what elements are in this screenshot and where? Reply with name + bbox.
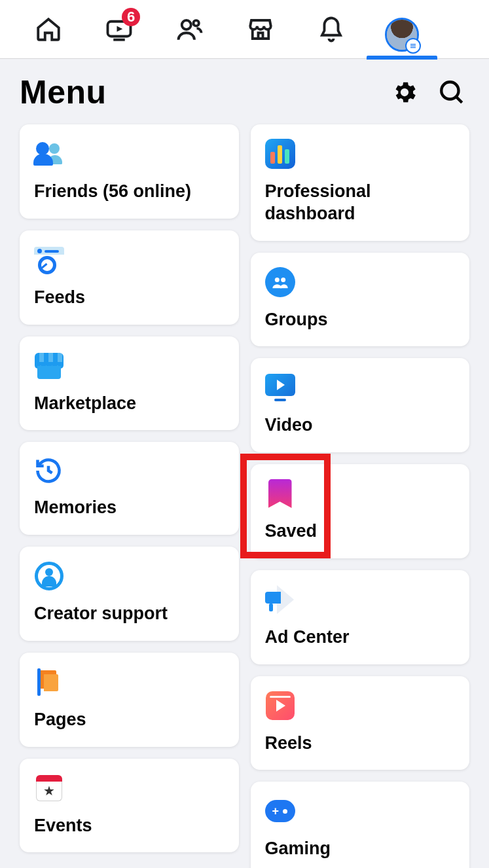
- feeds-icon: [34, 245, 64, 275]
- saved-icon: [265, 479, 295, 509]
- profile-avatar[interactable]: [385, 18, 419, 52]
- menu-item-label: Professional dashboard: [265, 181, 456, 225]
- pro-dashboard-icon: [265, 139, 295, 169]
- menu-item-gaming[interactable]: + Gaming: [251, 782, 470, 868]
- menu-item-saved[interactable]: Saved: [251, 464, 470, 558]
- menu-item-memories[interactable]: Memories: [20, 442, 239, 535]
- menu-item-events[interactable]: ★ Events: [20, 759, 239, 853]
- search-button[interactable]: [434, 75, 469, 110]
- top-nav-bar: 6: [0, 0, 489, 59]
- svg-point-4: [274, 278, 279, 282]
- menu-item-label: Saved: [265, 520, 456, 543]
- svg-point-3: [441, 82, 458, 99]
- nav-menu-profile[interactable]: [367, 0, 437, 60]
- nav-marketplace[interactable]: [225, 0, 296, 59]
- menu-item-label: Memories: [34, 497, 225, 519]
- home-icon: [35, 16, 62, 43]
- bell-icon: [317, 16, 345, 43]
- menu-item-label: Reels: [265, 732, 456, 755]
- marketplace-tab-icon: [247, 16, 274, 43]
- reels-icon: [265, 691, 295, 721]
- friends-tab-icon: [176, 16, 204, 43]
- gear-icon: [391, 79, 418, 106]
- page-title: Menu: [20, 73, 375, 111]
- menu-item-marketplace[interactable]: Marketplace: [20, 336, 239, 431]
- menu-item-ad-center[interactable]: Ad Center: [251, 570, 470, 664]
- nav-notifications[interactable]: [296, 0, 367, 59]
- events-icon: ★: [34, 773, 64, 803]
- nav-friends[interactable]: [154, 0, 225, 59]
- menu-header: Menu: [20, 59, 469, 124]
- creator-support-icon: [34, 561, 64, 591]
- svg-point-2: [193, 20, 198, 26]
- nav-home[interactable]: [13, 0, 84, 59]
- menu-item-creator-support[interactable]: Creator support: [20, 547, 239, 641]
- menu-item-label: Groups: [265, 309, 456, 331]
- menu-item-label: Gaming: [265, 838, 456, 860]
- memories-icon: [34, 456, 63, 485]
- menu-item-label: Creator support: [34, 603, 225, 625]
- pages-icon: [34, 667, 64, 697]
- settings-button[interactable]: [387, 75, 422, 110]
- menu-item-label: Video: [265, 414, 456, 437]
- menu-item-feeds[interactable]: Feeds: [20, 230, 239, 325]
- menu-item-reels[interactable]: Reels: [251, 676, 470, 770]
- menu-item-label: Marketplace: [34, 393, 225, 415]
- svg-point-1: [182, 20, 191, 29]
- friends-icon: [34, 139, 64, 169]
- menu-item-pages[interactable]: Pages: [20, 653, 239, 747]
- menu-page: Menu Friends (56 online) Feeds: [0, 59, 489, 868]
- menu-left-column: Friends (56 online) Feeds Marketplace Me…: [20, 124, 239, 852]
- menu-item-video[interactable]: Video: [251, 358, 470, 452]
- menu-item-label: Pages: [34, 709, 225, 731]
- menu-grid: Friends (56 online) Feeds Marketplace Me…: [20, 124, 469, 868]
- marketplace-icon: [34, 351, 64, 381]
- menu-item-label: Ad Center: [265, 626, 456, 649]
- video-icon: [265, 372, 295, 403]
- menu-item-friends[interactable]: Friends (56 online): [20, 124, 239, 219]
- nav-video[interactable]: 6: [84, 0, 154, 59]
- menu-item-label: Friends (56 online): [34, 181, 225, 203]
- search-icon: [438, 79, 465, 106]
- ad-center-icon: [265, 585, 295, 615]
- menu-item-groups[interactable]: Groups: [251, 253, 470, 347]
- gaming-icon: +: [265, 796, 295, 826]
- svg-point-5: [281, 278, 285, 282]
- menu-item-pro-dashboard[interactable]: Professional dashboard: [251, 124, 470, 241]
- menu-item-label: Feeds: [34, 287, 225, 309]
- menu-item-label: Events: [34, 815, 225, 837]
- video-notification-badge: 6: [122, 8, 140, 26]
- active-tab-indicator: [367, 56, 437, 60]
- groups-icon: [265, 267, 295, 297]
- menu-right-column: Professional dashboard Groups Video: [251, 124, 470, 868]
- menu-overlay-icon: [405, 38, 421, 54]
